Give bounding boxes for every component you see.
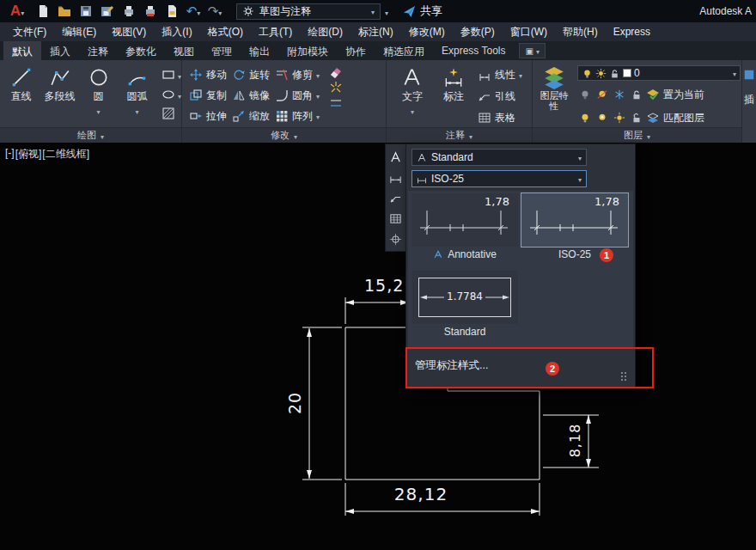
tool-rotate-button[interactable]: 旋转: [232, 65, 270, 84]
menu-modify[interactable]: 修改(M): [401, 25, 453, 40]
publish-button[interactable]: [163, 3, 180, 20]
visual-style-control[interactable]: [二维线框]: [42, 147, 89, 162]
redo-icon: [208, 3, 219, 19]
tab-express-tools[interactable]: Express Tools: [433, 41, 514, 60]
center-mark-icon[interactable]: [388, 232, 404, 246]
tool-ellipse-button[interactable]: [162, 87, 181, 102]
panel-label-modify[interactable]: 修改: [182, 127, 386, 143]
tab-manage[interactable]: 管理: [203, 41, 241, 60]
layer-unlock-open-icon[interactable]: [629, 111, 643, 125]
dim-style-select[interactable]: ISO-25: [412, 170, 587, 187]
tool-scale-button[interactable]: 缩放: [232, 107, 270, 125]
save-as-button[interactable]: [99, 3, 116, 20]
tab-collaborate[interactable]: 协作: [337, 41, 375, 60]
mleader-style-icon[interactable]: [388, 191, 404, 205]
tool-polyline-button[interactable]: 多段线: [40, 60, 79, 127]
ribbon-display-toggle[interactable]: [519, 43, 545, 58]
set-current-layer-button[interactable]: 置为当前: [646, 85, 704, 104]
dim-style-icon[interactable]: [388, 170, 404, 184]
menu-dimension[interactable]: 标注(N): [351, 25, 401, 40]
tool-linear-dim-button[interactable]: 线性: [478, 65, 522, 84]
tool-rectangle-button[interactable]: [162, 67, 181, 82]
tool-arc-button[interactable]: 圆弧: [118, 60, 156, 127]
tool-explode-button[interactable]: [328, 81, 343, 95]
tab-insert[interactable]: 插入: [41, 41, 79, 60]
layer-on-icon[interactable]: [577, 111, 592, 125]
workspace-selector[interactable]: 草图与注释: [236, 3, 381, 20]
layer-select[interactable]: 0: [577, 65, 741, 81]
menu-parametric[interactable]: 参数(P): [453, 25, 503, 40]
layer-thaw-icon[interactable]: [612, 111, 626, 125]
viewport-menu-control[interactable]: [-]: [5, 147, 15, 162]
menu-help[interactable]: 帮助(H): [555, 25, 606, 40]
drawing-area[interactable]: [-] [俯视] [二维线框] 15,2 20 28,12 8,18: [0, 143, 756, 550]
tool-move-button[interactable]: 移动: [189, 65, 227, 84]
tab-output[interactable]: 输出: [241, 41, 278, 60]
text-style-icon[interactable]: [388, 150, 404, 163]
menu-window[interactable]: 窗口(W): [503, 25, 555, 40]
tool-array-button[interactable]: 阵列: [275, 107, 320, 125]
tool-trim-button[interactable]: 修剪: [275, 65, 320, 84]
layer-unisolate-icon[interactable]: [594, 111, 609, 125]
tool-dimension-button[interactable]: 标注: [436, 60, 471, 127]
new-file-button[interactable]: [34, 3, 52, 20]
panel-label-annotate[interactable]: 注释: [387, 127, 532, 143]
workspace-extra-caret-icon[interactable]: [385, 3, 388, 19]
tool-mirror-button[interactable]: 镜像: [232, 86, 270, 105]
menu-edit[interactable]: 编辑(E): [54, 25, 104, 40]
dimstyle-standard[interactable]: 1.7784: [412, 271, 518, 324]
tool-leader-button[interactable]: 引线: [478, 87, 522, 106]
tool-offset-button[interactable]: [328, 96, 343, 110]
tab-view[interactable]: 视图: [165, 41, 203, 60]
tool-fillet-button[interactable]: 圆角: [275, 86, 320, 105]
tool-circle-button[interactable]: 圆: [79, 60, 118, 127]
text-style-select[interactable]: Standard: [412, 149, 587, 166]
app-menu-button[interactable]: A: [4, 3, 30, 20]
save-as-icon: [101, 4, 114, 18]
tool-text-button[interactable]: 文字: [395, 60, 430, 127]
match-layer-button[interactable]: 匹配图层: [646, 108, 704, 127]
manage-dim-styles-item[interactable]: 管理标注样式...: [406, 351, 635, 380]
save-button[interactable]: [77, 3, 94, 20]
tab-annotate[interactable]: 注释: [79, 41, 117, 60]
tool-stretch-button[interactable]: 拉伸: [189, 107, 227, 125]
dimstyle-iso25[interactable]: 1,78: [521, 193, 628, 247]
dimstyle-annotative[interactable]: 1,78: [412, 193, 518, 247]
batch-plot-button[interactable]: [142, 3, 159, 20]
tab-home[interactable]: 默认: [3, 41, 41, 60]
menu-insert[interactable]: 插入(I): [154, 25, 199, 40]
panel-label-draw[interactable]: 绘图: [0, 127, 181, 143]
plot-button[interactable]: [120, 3, 137, 20]
menu-view[interactable]: 视图(V): [104, 25, 154, 40]
tool-copy-button[interactable]: 复制: [189, 86, 227, 105]
menu-express[interactable]: Express: [606, 26, 658, 38]
undo-button[interactable]: [185, 3, 202, 20]
chevron-down-icon: [96, 105, 100, 117]
dimstyle-annotative-label[interactable]: Annotative: [412, 248, 518, 260]
flyout-resize-grip[interactable]: [621, 372, 628, 382]
layer-properties-button[interactable]: 图层特性: [536, 60, 572, 127]
tab-parametric[interactable]: 参数化: [117, 41, 165, 60]
tool-hatch-button[interactable]: [162, 107, 181, 120]
layer-lock-icon[interactable]: [629, 88, 643, 101]
panel-label-layers[interactable]: 图层: [533, 127, 741, 143]
open-file-button[interactable]: [56, 3, 73, 20]
menu-tools[interactable]: 工具(T): [251, 25, 300, 40]
menu-file[interactable]: 文件(F): [5, 25, 54, 40]
share-button[interactable]: 共享: [403, 3, 442, 19]
tab-featured-apps[interactable]: 精选应用: [375, 41, 433, 60]
tab-addins[interactable]: 附加模块: [278, 41, 337, 60]
redo-button[interactable]: [206, 3, 223, 20]
menu-format[interactable]: 格式(O): [200, 25, 251, 40]
view-control[interactable]: [俯视]: [15, 147, 42, 162]
layer-off-icon[interactable]: [577, 88, 592, 101]
layer-isolate-icon[interactable]: [594, 88, 609, 101]
layer-freeze-icon[interactable]: [612, 88, 626, 101]
tool-line-button[interactable]: 直线: [2, 60, 40, 127]
dimstyle-standard-label[interactable]: Standard: [412, 326, 518, 338]
table-style-icon[interactable]: [388, 211, 404, 225]
tool-table-button[interactable]: 表格: [478, 108, 522, 127]
undo-icon: [186, 3, 198, 19]
menu-draw[interactable]: 绘图(D): [300, 25, 351, 40]
tool-erase-button[interactable]: [328, 65, 343, 79]
